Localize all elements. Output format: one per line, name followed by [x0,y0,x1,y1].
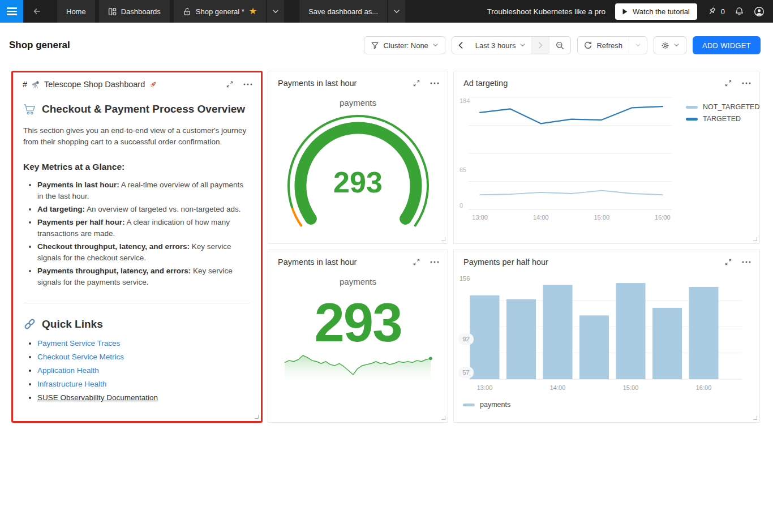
telescope-icon [31,80,40,89]
svg-text:57: 57 [462,369,469,376]
legend-label: TARGETED [703,115,741,123]
time-range-label: Last 3 hours [475,41,516,50]
tab-shop-general[interactable]: Shop general * ★ [174,0,266,23]
svg-text:13:00: 13:00 [477,384,493,391]
metric-item: Payments throughput, latency, and errors… [37,265,250,288]
legend-label: NOT_TARGETED [703,103,759,111]
dashboard-settings-button[interactable] [654,36,686,54]
metrics-list: Payments in last hour: A real-time overv… [23,179,250,288]
markdown-widget[interactable]: # Telescope Shop Dashboard [11,71,263,423]
metric-item: Ad targeting: An overview of targeted vs… [37,204,250,215]
watch-tutorial-label: Watch the tutorial [633,7,690,16]
ellipsis-icon[interactable] [430,261,439,263]
expand-icon[interactable] [724,258,732,266]
link-application-health[interactable]: Application Health [37,366,99,375]
time-forward-button[interactable] [531,37,549,54]
chevron-down-icon [273,10,278,14]
markdown-body: Checkout & Payment Process Overview This… [13,103,261,402]
metrics-heading: Key Metrics at a Glance: [23,162,250,172]
ellipsis-icon[interactable] [430,82,439,84]
add-widget-button[interactable]: ADD WIDGET [693,36,761,54]
back-button[interactable] [23,0,50,23]
menu-button[interactable] [0,0,23,23]
resize-handle[interactable] [753,416,757,420]
svg-text:15:00: 15:00 [594,214,609,221]
play-icon [622,8,628,15]
ellipsis-icon[interactable] [243,83,252,85]
time-range-group: Last 3 hours [452,36,572,54]
tab-dashboards[interactable]: Dashboards [99,0,170,23]
cluster-filter-label: Cluster: None [383,41,428,50]
divider [23,303,250,303]
filter-icon [371,42,379,49]
payments-gauge-chart: 293 [279,109,437,232]
resize-handle[interactable] [753,237,757,241]
tab-options-chevron[interactable] [267,0,284,23]
svg-text:65: 65 [459,166,466,173]
refresh-button[interactable]: Refresh [578,37,629,54]
nav-right-cluster: Troubleshoot Kubernetes like a pro Watch… [487,3,773,20]
page-title: Shop general [9,40,70,51]
svg-text:15:00: 15:00 [623,384,639,391]
legend-swatch [463,404,475,406]
legend-swatch [686,118,698,121]
zoom-out-icon [556,41,564,50]
resize-handle[interactable] [441,416,445,420]
user-menu-button[interactable] [754,6,765,17]
svg-text:184: 184 [459,97,470,104]
refresh-options-chevron[interactable] [629,37,647,54]
tab-shop-general-label: Shop general * [196,7,244,16]
svg-text:13:00: 13:00 [472,214,488,221]
widget-title: Payments in last hour [278,258,357,267]
page-header: Shop general Cluster: None Last 3 hours [0,23,773,54]
notifications-button[interactable] [735,7,744,16]
chevron-down-icon [433,44,438,47]
link-suse-observability-docs[interactable]: SUSE Observability Documentation [37,393,158,402]
resize-handle[interactable] [255,415,259,419]
resize-handle[interactable] [441,237,445,241]
svg-text:92: 92 [462,336,469,342]
overview-heading: Checkout & Payment Process Overview [23,103,250,115]
legend-label: payments [480,401,510,409]
refresh-label: Refresh [596,41,622,50]
tab-home[interactable]: Home [57,0,95,23]
expand-icon[interactable] [413,79,420,87]
ellipsis-icon[interactable] [742,82,751,84]
metric-item: Checkout throughput, latency, and errors… [37,241,250,264]
metric-item: Payments per half hour: A clear indicati… [37,217,250,239]
watch-tutorial-button[interactable]: Watch the tutorial [615,3,697,20]
save-dashboard-group: Save dashboard as... [299,0,405,23]
svg-text:14:00: 14:00 [533,214,549,221]
metric-item: Payments in last hour: A real-time overv… [37,179,250,202]
link-checkout-service-metrics[interactable]: Checkout Service Metrics [37,353,124,361]
expand-icon[interactable] [413,258,420,266]
refresh-group: Refresh [577,36,647,54]
time-zoom-out-button[interactable] [549,37,570,54]
save-dashboard-chevron[interactable] [388,0,405,23]
save-dashboard-button[interactable]: Save dashboard as... [299,0,387,23]
svg-text:16:00: 16:00 [655,214,671,221]
chevron-down-icon [674,44,679,47]
legend-item-targeted[interactable]: TARGETED [686,115,759,123]
ellipsis-icon[interactable] [742,261,751,263]
link-payment-service-traces[interactable]: Payment Service Traces [37,339,120,347]
quick-links-heading: Quick Links [23,318,250,331]
time-range-button[interactable]: Last 3 hours [469,37,532,54]
expand-icon[interactable] [724,79,732,87]
link-infrastructure-health[interactable]: Infrastructure Health [37,380,106,388]
rocket-icon [149,80,157,89]
quick-link-item: Checkout Service Metrics [37,353,250,361]
expand-icon[interactable] [226,80,234,88]
time-back-button[interactable] [452,37,469,54]
ad-targeting-widget: Ad targeting 18465013:0014:0015:0016:00 … [453,71,760,244]
markdown-widget-title: # Telescope Shop Dashboard [23,80,157,89]
favorite-star-icon[interactable]: ★ [249,7,257,16]
cluster-filter-button[interactable]: Cluster: None [364,36,445,54]
widget-title: Payments per half hour [463,258,548,267]
gear-icon [661,41,669,50]
svg-text:14:00: 14:00 [550,384,566,391]
bar-chart-legend[interactable]: payments [463,401,759,409]
pinned-items-button[interactable]: 0 [707,7,725,16]
legend-item-not-targeted[interactable]: NOT_TARGETED [686,103,759,111]
number-series-label: payments [268,277,448,286]
